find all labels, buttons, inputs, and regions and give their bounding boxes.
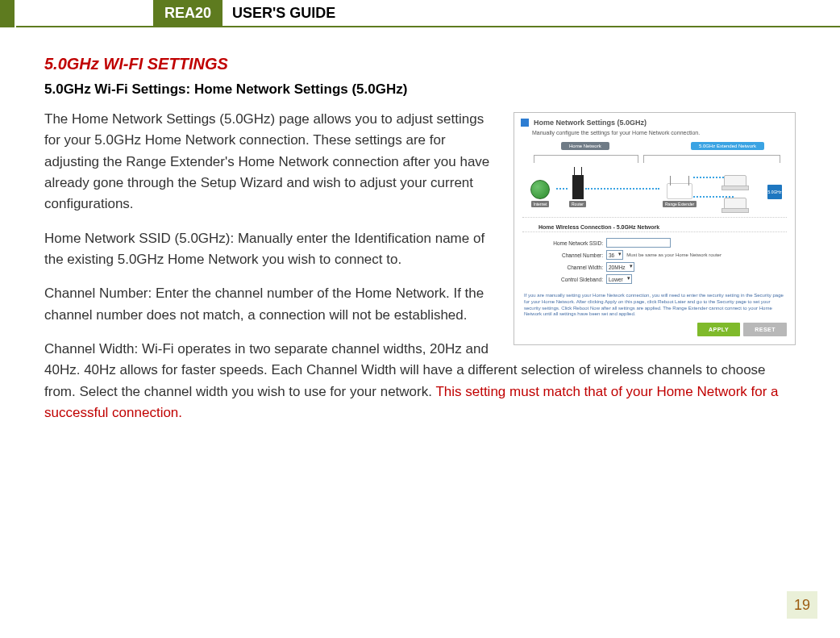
- bracket-ext: [643, 155, 780, 163]
- panel-form: Home Network SSID: Channel Number: 36 Mu…: [514, 232, 795, 288]
- channel-number-label: Channel Number:: [522, 252, 606, 258]
- reset-button[interactable]: RESET: [743, 323, 787, 336]
- globe-icon: [530, 180, 550, 199]
- panel-subtitle: Manually configure the settings for your…: [514, 130, 795, 140]
- header-title: USER'S GUIDE: [222, 0, 335, 26]
- diagram-router-label: Router: [569, 201, 586, 207]
- laptop-icon: [724, 198, 746, 211]
- router-icon: [572, 175, 584, 199]
- panel-section-title: Home Wireless Connection - 5.0GHz Networ…: [522, 221, 787, 232]
- page-content: 5.0GHz WI-FI SETTINGS 5.0GHz Wi-Fi Setti…: [0, 27, 840, 436]
- ssid-input[interactable]: [606, 238, 671, 248]
- control-sideband-select[interactable]: Lower: [606, 274, 632, 284]
- settings-screenshot-panel: Home Network Settings (5.0GHz) Manually …: [514, 112, 796, 345]
- section-heading: 5.0GHz WI-FI SETTINGS: [44, 55, 796, 73]
- control-sideband-label: Control Sideband:: [522, 277, 606, 282]
- panel-note: If you are manually setting your Home Ne…: [514, 288, 795, 323]
- panel-actions: APPLY RESET: [514, 323, 795, 344]
- ssid-label: Home Network SSID:: [522, 240, 606, 246]
- diagram-internet-label: Internet: [531, 201, 550, 207]
- panel-header: Home Network Settings (5.0GHz): [514, 113, 795, 130]
- row-control-sideband: Control Sideband: Lower: [522, 274, 787, 284]
- page-number: 19: [787, 591, 817, 619]
- network-diagram: Home Network 5.0GHz Extended Network Int…: [522, 140, 787, 218]
- channel-width-label: Channel Width:: [522, 265, 606, 270]
- diagram-internet: Internet: [530, 180, 550, 207]
- laptop-icon: [724, 175, 746, 188]
- channel-number-select[interactable]: 36: [606, 250, 623, 260]
- diagram-5g-badge: 5.0GHz: [767, 185, 782, 199]
- row-channel-number: Channel Number: 36 Must be same as your …: [522, 250, 787, 260]
- extender-icon: [667, 183, 692, 199]
- diagram-laptop: [724, 198, 746, 211]
- subsection-heading: 5.0GHz Wi-Fi Settings: Home Network Sett…: [44, 81, 796, 98]
- diagram-extender: Range Extender: [663, 183, 697, 207]
- diagram-laptop: [724, 175, 746, 188]
- channel-width-select[interactable]: 20MHz: [606, 262, 634, 272]
- document-header: REA20 USER'S GUIDE: [0, 0, 840, 27]
- channel-number-hint: Must be same as your Home Network router: [626, 252, 721, 257]
- panel-header-icon: [521, 119, 529, 127]
- bracket-home: [534, 155, 638, 163]
- diagram-home-label: Home Network: [561, 142, 609, 150]
- diagram-extender-label: Range Extender: [663, 201, 697, 207]
- row-ssid: Home Network SSID:: [522, 238, 787, 248]
- fiveg-icon: 5.0GHz: [767, 185, 782, 199]
- row-channel-width: Channel Width: 20MHz: [522, 262, 787, 272]
- diagram-ext-label: 5.0GHz Extended Network: [691, 142, 764, 150]
- paragraph-channel-width: Channel Width: Wi-Fi operates in two sep…: [44, 339, 796, 423]
- panel-title: Home Network Settings (5.0GHz): [534, 119, 647, 127]
- link-dots: [556, 188, 568, 190]
- apply-button[interactable]: APPLY: [697, 323, 740, 336]
- diagram-router: Router: [569, 175, 586, 207]
- link-dots: [585, 188, 659, 190]
- header-badge: REA20: [153, 0, 222, 26]
